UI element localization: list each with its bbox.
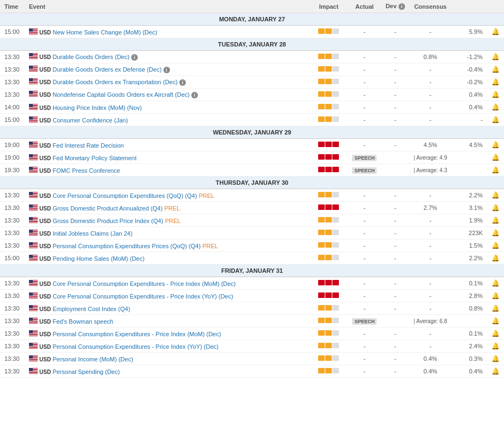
- event-link[interactable]: Fed Monetary Policy Statement: [52, 155, 136, 161]
- bell-cell[interactable]: 🔔: [487, 277, 504, 290]
- currency-label: USD: [39, 218, 51, 224]
- bell-cell[interactable]: 🔔: [487, 239, 504, 252]
- impact-cell: [309, 63, 348, 76]
- bell-cell[interactable]: 🔔: [487, 26, 504, 38]
- bell-cell[interactable]: 🔔: [487, 114, 504, 126]
- bell-cell[interactable]: 🔔: [487, 327, 504, 340]
- impact-cell: [309, 214, 348, 227]
- bell-cell[interactable]: 🔔: [487, 89, 504, 101]
- bell-cell[interactable]: 🔔: [487, 227, 504, 239]
- previous-cell: 4.5%: [452, 139, 487, 151]
- bell-icon[interactable]: 🔔: [491, 166, 500, 174]
- table-row: 14:00 USD Housing Price Index (MoM) (Nov…: [0, 101, 504, 114]
- info-icon[interactable]: i: [131, 54, 138, 61]
- bell-icon[interactable]: 🔔: [491, 141, 500, 149]
- previous-value: 0.3%: [469, 355, 483, 362]
- impact-cell: [309, 139, 348, 151]
- bell-cell[interactable]: 🔔: [487, 290, 504, 302]
- bell-icon[interactable]: 🔔: [491, 317, 500, 325]
- bell-icon[interactable]: 🔔: [491, 204, 500, 212]
- event-link[interactable]: Fed's Bowman speech: [52, 318, 113, 325]
- bell-icon[interactable]: 🔔: [491, 191, 500, 199]
- bell-icon[interactable]: 🔔: [491, 242, 500, 249]
- bell-cell[interactable]: 🔔: [487, 76, 504, 89]
- event-link[interactable]: Employment Cost Index (Q4): [52, 306, 130, 312]
- event-link[interactable]: Personal Consumption Expenditures - Pric…: [52, 331, 221, 337]
- bell-icon[interactable]: 🔔: [491, 330, 500, 337]
- bell-cell[interactable]: 🔔: [487, 202, 504, 214]
- impact-cell: [309, 365, 348, 378]
- dev-info-icon[interactable]: i: [398, 3, 405, 10]
- event-link[interactable]: Core Personal Consumption Expenditures (…: [52, 192, 197, 199]
- bell-icon[interactable]: 🔔: [491, 367, 500, 375]
- bell-icon[interactable]: 🔔: [491, 254, 500, 262]
- info-icon[interactable]: i: [191, 92, 198, 98]
- event-link[interactable]: Housing Price Index (MoM) (Nov): [52, 104, 142, 111]
- info-icon[interactable]: i: [163, 67, 170, 73]
- bell-cell[interactable]: 🔔: [487, 189, 504, 202]
- event-link[interactable]: Gross Domestic Product Annualized (Q4): [52, 205, 162, 212]
- event-link[interactable]: Durable Goods Orders ex Transportation (…: [52, 79, 178, 85]
- event-link[interactable]: Personal Consumption Expenditures - Pric…: [52, 343, 218, 350]
- bell-cell[interactable]: 🔔: [487, 340, 504, 353]
- bell-icon[interactable]: 🔔: [491, 91, 500, 98]
- previous-cell: 223K: [452, 227, 487, 239]
- bell-cell[interactable]: 🔔: [487, 164, 504, 177]
- bell-icon[interactable]: 🔔: [491, 154, 500, 161]
- event-time: 13:30: [0, 353, 25, 365]
- dev-cell: -: [381, 26, 409, 38]
- table-row: 15:00 USD Consumer Confidence (Jan) - - …: [0, 114, 504, 126]
- event-link[interactable]: Initial Jobless Claims (Jan 24): [52, 230, 132, 237]
- consensus-cell: -: [409, 214, 452, 227]
- actual-cell: -: [348, 26, 381, 38]
- event-link[interactable]: Durable Goods Orders (Dec): [52, 54, 130, 60]
- bell-icon[interactable]: 🔔: [491, 355, 500, 362]
- bell-icon[interactable]: 🔔: [491, 292, 500, 300]
- bell-cell[interactable]: 🔔: [487, 139, 504, 151]
- event-link[interactable]: Personal Spending (Dec): [52, 368, 120, 375]
- bell-icon[interactable]: 🔔: [491, 116, 500, 124]
- bell-cell[interactable]: 🔔: [487, 252, 504, 265]
- bell-icon[interactable]: 🔔: [491, 305, 500, 312]
- bell-cell[interactable]: 🔔: [487, 365, 504, 378]
- bell-cell[interactable]: 🔔: [487, 51, 504, 63]
- bell-icon[interactable]: 🔔: [491, 78, 500, 86]
- bell-cell[interactable]: 🔔: [487, 63, 504, 76]
- event-link[interactable]: Gross Domestic Product Price Index (Q4): [52, 218, 163, 224]
- us-flag-icon: [29, 255, 38, 261]
- event-link[interactable]: Durable Goods Orders ex Defense (Dec): [52, 66, 161, 73]
- bell-cell[interactable]: 🔔: [487, 353, 504, 365]
- prel-badge: PREL: [202, 243, 218, 249]
- bell-cell[interactable]: 🔔: [487, 315, 504, 327]
- event-time: 19:00: [0, 139, 25, 151]
- event-time: 13:30: [0, 202, 25, 214]
- info-icon[interactable]: i: [179, 79, 186, 86]
- bell-icon[interactable]: 🔔: [491, 216, 500, 224]
- event-link[interactable]: Fed Interest Rate Decision: [52, 142, 124, 149]
- bell-icon[interactable]: 🔔: [491, 103, 500, 111]
- bell-icon[interactable]: 🔔: [491, 28, 500, 36]
- bell-icon[interactable]: 🔔: [491, 66, 500, 73]
- bell-icon[interactable]: 🔔: [491, 53, 500, 61]
- event-link[interactable]: Personal Consumption Expenditures Prices…: [52, 243, 201, 249]
- event-link[interactable]: Nondefense Capital Goods Orders ex Aircr…: [52, 91, 190, 98]
- event-link[interactable]: Core Personal Consumption Expenditures -…: [52, 293, 233, 300]
- bell-icon[interactable]: 🔔: [491, 279, 500, 287]
- bell-icon[interactable]: 🔔: [491, 229, 500, 237]
- previous-cell: 0.4%: [452, 365, 487, 378]
- us-flag-icon: [29, 66, 38, 72]
- bell-cell[interactable]: 🔔: [487, 302, 504, 315]
- event-link[interactable]: Personal Income (MoM) (Dec): [52, 356, 133, 362]
- us-flag-icon: [29, 91, 38, 97]
- event-link[interactable]: Pending Home Sales (MoM) (Dec): [52, 255, 144, 262]
- col-previous: [452, 0, 487, 13]
- actual-cell: -: [348, 202, 381, 214]
- bell-cell[interactable]: 🔔: [487, 101, 504, 114]
- event-link[interactable]: FOMC Press Conference: [52, 167, 120, 174]
- event-link[interactable]: Core Personal Consumption Expenditures -…: [52, 280, 236, 287]
- bell-cell[interactable]: 🔔: [487, 214, 504, 227]
- event-link[interactable]: Consumer Confidence (Jan): [52, 117, 128, 124]
- bell-cell[interactable]: 🔔: [487, 151, 504, 164]
- impact-cell: [309, 151, 348, 164]
- bell-icon[interactable]: 🔔: [491, 342, 500, 350]
